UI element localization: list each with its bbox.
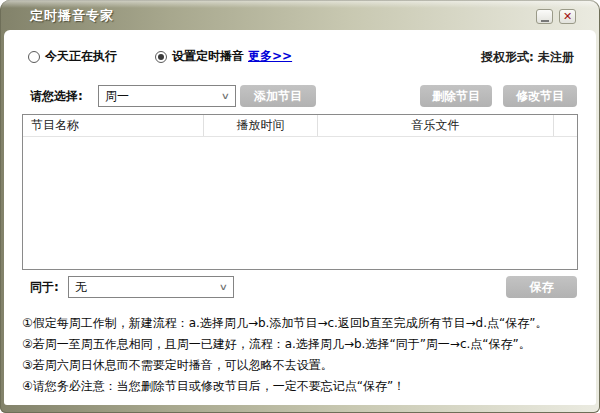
table-header-row: 节目名称 播放时间 音乐文件 (23, 115, 577, 137)
table-body-empty[interactable] (23, 137, 577, 269)
mode-radio-group: 今天正在执行 设置定时播音 更多>> 授权形式: 未注册 (4, 48, 596, 64)
same-as-select-value: 无 (75, 279, 87, 296)
program-table: 节目名称 播放时间 音乐文件 (22, 114, 578, 270)
window-title: 定时播音专家 (30, 7, 114, 25)
instruction-line-3: ③若周六周日休息而不需要定时播音，可以忽略不去设置。 (22, 355, 582, 376)
delete-program-button[interactable]: 删除节目 (420, 85, 492, 107)
radio-today[interactable]: 今天正在执行 (28, 48, 117, 65)
instructions-block: ①假定每周工作制，新建流程：a.选择周几→b.添加节目→c.返回b直至完成所有节… (22, 313, 582, 397)
instruction-line-2: ②若周一至周五作息相同，且周一已建好，流程：a.选择周几→b.选择“同于”周一→… (22, 334, 582, 355)
close-icon: ✕ (560, 11, 575, 23)
chevron-down-icon: ∨ (221, 91, 230, 101)
column-header-play-time[interactable]: 播放时间 (204, 115, 318, 136)
radio-today-label: 今天正在执行 (45, 48, 117, 65)
instruction-line-4: ④请您务必注意：当您删除节目或修改节目后，一定不要忘记点“保存”！ (22, 376, 582, 397)
program-controls-row: 请您选择: 周一 ∨ 添加节目 删除节目 修改节目 (4, 85, 596, 107)
column-header-program-name[interactable]: 节目名称 (23, 115, 204, 136)
column-header-extra (554, 115, 577, 136)
select-prompt-label: 请您选择: (30, 85, 83, 107)
title-bar[interactable]: 定时播音专家 ✕ (0, 0, 600, 30)
same-as-select[interactable]: 无 ∨ (68, 276, 234, 298)
column-header-music-file[interactable]: 音乐文件 (318, 115, 554, 136)
app-window: 定时播音专家 ✕ 今天正在执行 设置定时播音 更多>> 授权形式: 未注册 请您… (0, 0, 600, 413)
main-panel: 今天正在执行 设置定时播音 更多>> 授权形式: 未注册 请您选择: 周一 ∨ … (4, 30, 596, 405)
minimize-button[interactable] (536, 9, 553, 24)
same-as-row: 同于: 无 ∨ 保存 (4, 276, 596, 298)
radio-dot (158, 54, 164, 60)
weekday-select[interactable]: 周一 ∨ (98, 85, 236, 107)
chevron-down-icon: ∨ (219, 282, 228, 292)
modify-program-button[interactable]: 修改节目 (503, 85, 577, 107)
weekday-select-value: 周一 (105, 88, 129, 105)
radio-unchecked-icon (28, 51, 40, 63)
instruction-line-1: ①假定每周工作制，新建流程：a.选择周几→b.添加节目→c.返回b直至完成所有节… (22, 313, 582, 334)
radio-set-schedule[interactable]: 设置定时播音 (155, 48, 244, 65)
radio-schedule-label: 设置定时播音 (172, 48, 244, 65)
radio-checked-icon (155, 51, 167, 63)
more-link[interactable]: 更多>> (248, 48, 292, 65)
license-status: 授权形式: 未注册 (481, 49, 574, 66)
minimize-icon (541, 20, 549, 22)
same-as-label: 同于: (30, 276, 59, 298)
add-program-button[interactable]: 添加节目 (240, 85, 316, 107)
close-button[interactable]: ✕ (559, 9, 576, 24)
save-button[interactable]: 保存 (506, 276, 577, 298)
